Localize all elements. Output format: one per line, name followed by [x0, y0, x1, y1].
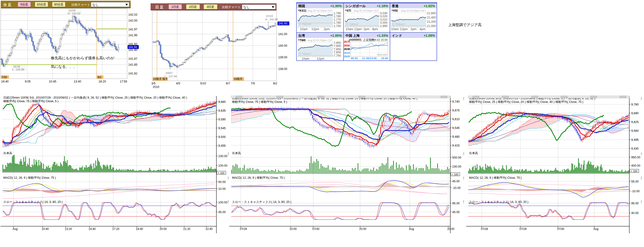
svg-text:22:40: 22:40: [206, 227, 212, 231]
svg-text:141.87: 141.87: [128, 57, 137, 61]
svg-text:10:40: 10:40: [42, 227, 49, 231]
svg-text:09:30: 09:30: [351, 57, 358, 60]
svg-text:12pm: 12pm: [316, 57, 324, 61]
svg-text:21,000: 21,000: [427, 25, 436, 28]
svg-text:10.00: 10.00: [218, 187, 226, 191]
svg-text:インド: インド: [392, 34, 402, 38]
svg-text:+1.30%: +1.30%: [330, 4, 342, 8]
svg-text:韓国: 韓国: [298, 4, 305, 8]
svg-text:sh000001: sh000001: [349, 38, 362, 42]
svg-text:16:40: 16:40: [1, 80, 8, 83]
svg-text:141.91: 141.91: [128, 46, 137, 49]
svg-text:141.00: 141.00: [278, 33, 287, 36]
svg-text:2,990: 2,990: [380, 25, 387, 28]
svg-text:50.00: 50.00: [218, 180, 226, 184]
svg-text:10am: 10am: [346, 27, 353, 31]
svg-text:3日足: 3日足: [206, 5, 214, 9]
svg-text:95.00: 95.00: [452, 202, 460, 205]
svg-text:30分足: 30分足: [54, 3, 64, 6]
svg-text:× 100: × 100: [218, 172, 224, 174]
svg-text:Aug: Aug: [593, 227, 598, 231]
svg-text:分 足: 分 足: [3, 3, 11, 7]
svg-text:141.95: 141.95: [128, 34, 137, 37]
svg-text:+1.16%: +1.16%: [377, 4, 388, 8]
svg-text:4pm: 4pm: [372, 27, 378, 31]
svg-text:07/30: 07/30: [557, 227, 564, 231]
svg-text:sina.com: sina.com: [377, 53, 387, 56]
svg-text:2pm: 2pm: [324, 27, 330, 31]
svg-text:9,610: 9,610: [452, 118, 460, 121]
svg-text:3,020: 3,020: [380, 15, 387, 18]
svg-text:気になる、、、: 気になる、、、: [51, 65, 77, 69]
svg-text:比較チャート: 比較チャート: [72, 3, 90, 7]
svg-text:04/07: 04/07: [166, 72, 172, 74]
svg-text:上证指数: 上证指数: [363, 38, 374, 42]
svg-text:スロー・ストキャスティクス( 14, 3, 80, 20 ): スロー・ストキャスティクス( 14, 3, 80, 20 ): [3, 200, 63, 204]
svg-text:21,400: 21,400: [427, 16, 436, 19]
svg-text:7/30: 7/30: [2, 76, 7, 79]
svg-text:20:00: 20:00: [447, 227, 454, 231]
svg-text:2pm: 2pm: [364, 27, 369, 31]
svg-text:3,010: 3,010: [380, 18, 387, 21]
svg-text:400.00: 400.00: [631, 164, 640, 167]
svg-text:Aug 02 02:55pm KST: Aug 02 02:55pm KST: [308, 9, 333, 12]
svg-text:100.00: 100.00: [218, 164, 227, 167]
svg-text:2638: 2638: [344, 48, 350, 51]
svg-text:移動平均( Close, 75 ) 移動平均( Clos: 移動平均( Close, 75 ) 移動平均( Close, 5 ): [3, 100, 58, 103]
svg-text:18:40: 18:40: [136, 227, 143, 231]
svg-text:6/7: 6/7: [226, 82, 230, 85]
svg-text:香港: 香港: [392, 4, 399, 8]
svg-text:+1.95%: +1.95%: [330, 34, 342, 38]
svg-text:2010: 2010: [153, 85, 159, 89]
svg-text:+1.33%: +1.33%: [377, 34, 388, 38]
svg-text:21:20: 21:20: [183, 227, 190, 231]
svg-text:9,415: 9,415: [452, 144, 460, 147]
svg-text:1,750: 1,750: [334, 25, 341, 28]
svg-text:9,545: 9,545: [218, 127, 226, 130]
svg-text:日経225mini 10/09( 5分, 2010/07/2: 日経225mini 10/09( 5分, 2010/07/28 - 2010/0…: [3, 96, 187, 99]
svg-text:なし: なし: [92, 3, 99, 7]
svg-text:Aug: Aug: [12, 227, 18, 231]
svg-text:© Yahoo!: © Yahoo!: [346, 22, 358, 26]
svg-text:11:30/13:00: 11:30/13:00: [362, 57, 376, 60]
svg-text:4/5: 4/5: [176, 82, 180, 85]
svg-text:7,900: 7,900: [334, 44, 341, 48]
svg-text:139.00: 139.00: [278, 56, 287, 59]
svg-text:500.00: 500.00: [452, 156, 461, 159]
svg-text:+1.08%: +1.08%: [424, 34, 435, 38]
svg-text:7/5: 7/5: [251, 82, 255, 85]
svg-text:7,750: 7,750: [334, 54, 341, 57]
svg-text:4pm: 4pm: [420, 27, 426, 31]
svg-text:9,675: 9,675: [452, 109, 460, 112]
svg-text:230.00: 230.00: [218, 155, 227, 158]
svg-text:9,680: 9,680: [218, 100, 226, 104]
svg-text:なし: なし: [244, 5, 250, 9]
svg-text:H : 142.03: H : 142.03: [68, 12, 80, 15]
svg-text:1,770: 1,770: [334, 18, 341, 21]
svg-text:9,560: 9,560: [631, 129, 638, 132]
svg-text:40.00: 40.00: [631, 211, 638, 215]
svg-text:07/29: 07/29: [240, 227, 247, 231]
svg-text:1日足: 1日足: [171, 5, 179, 9]
svg-text:2日足: 2日足: [189, 5, 197, 9]
svg-text:9:05: 9:05: [25, 80, 30, 83]
svg-text:株先高にもかかわらず債券も高いのが: 株先高にもかかわらず債券も高いのが: [51, 56, 114, 60]
svg-text:12pm: 12pm: [400, 27, 408, 31]
svg-text:7,950: 7,950: [334, 41, 341, 45]
svg-text:10am: 10am: [300, 27, 308, 31]
svg-text:L : 141.85: L : 141.85: [12, 68, 24, 71]
svg-text:10am: 10am: [302, 57, 310, 61]
svg-text:MACD( 12, 26, 9 ) 移動平均( Clo: MACD( 12, 26, 9 ) 移動平均( Close, 75 ): [232, 176, 284, 179]
svg-text:141.85: 141.85: [128, 63, 137, 66]
svg-text:16:55: 16:55: [13, 65, 20, 68]
svg-text:Aug 02 03:58pm HKT: Aug 02 03:58pm HKT: [401, 9, 426, 12]
svg-text:9,590: 9,590: [218, 118, 226, 121]
svg-text:中国 上海: 中国 上海: [346, 34, 360, 38]
svg-text:5/10: 5/10: [200, 82, 206, 85]
svg-text:2619: 2619: [344, 52, 350, 54]
svg-text:9,455: 9,455: [218, 144, 226, 147]
svg-text:スロー・ストキャスティクス( 14, 3, 80, 20 ): スロー・ストキャスティクス( 14, 3, 80, 20 ): [232, 200, 292, 204]
svg-text:出来高: 出来高: [469, 151, 478, 155]
svg-text:Aug: Aug: [409, 227, 414, 231]
svg-text:21,600: 21,600: [427, 12, 436, 15]
